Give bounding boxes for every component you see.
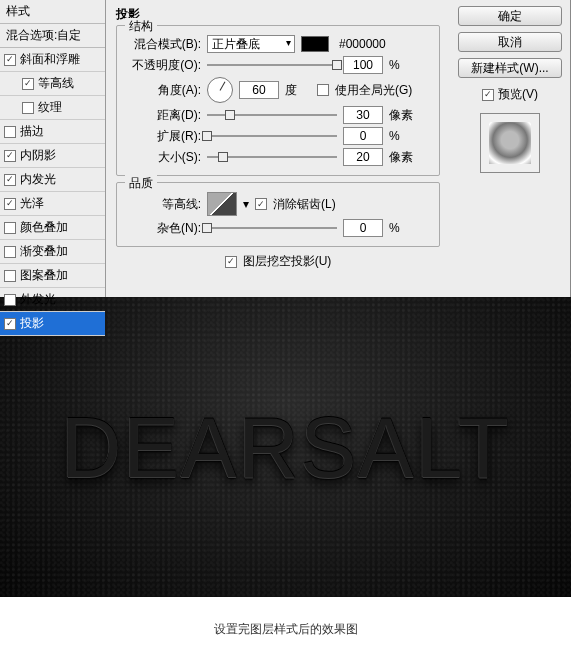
result-text: DEARSALT xyxy=(61,398,511,497)
spread-label: 扩展(R): xyxy=(125,128,201,145)
opacity-label: 不透明度(O): xyxy=(125,57,201,74)
opacity-unit: % xyxy=(389,58,415,72)
structure-label: 结构 xyxy=(125,18,157,35)
size-input[interactable]: 20 xyxy=(343,148,383,166)
sidebar-label-5: 内发光 xyxy=(20,171,56,188)
sidebar-label-7: 颜色叠加 xyxy=(20,219,68,236)
quality-fieldset: 品质 等高线: ▾ 消除锯齿(L) 杂色(N): 0 % xyxy=(116,182,440,247)
sidebar-checkbox-5[interactable] xyxy=(4,174,16,186)
quality-label: 品质 xyxy=(125,175,157,192)
sidebar-checkbox-1[interactable] xyxy=(22,78,34,90)
layer-style-dialog: 样式 混合选项:自定 斜面和浮雕等高线纹理描边内阴影内发光光泽颜色叠加渐变叠加图… xyxy=(0,0,571,297)
antialias-checkbox[interactable] xyxy=(255,198,267,210)
sidebar-item-1[interactable]: 等高线 xyxy=(0,72,105,96)
knockout-checkbox[interactable] xyxy=(225,256,237,268)
caption-text: 设置完图层样式后的效果图 xyxy=(0,597,571,662)
sidebar-checkbox-3[interactable] xyxy=(4,126,16,138)
sidebar-item-11[interactable]: 投影 xyxy=(0,312,105,336)
shadow-color-hex: #000000 xyxy=(339,37,386,51)
sidebar-checkbox-7[interactable] xyxy=(4,222,16,234)
structure-fieldset: 结构 混合模式(B): 正片叠底 #000000 不透明度(O): 100 % … xyxy=(116,25,440,176)
sidebar-label-4: 内阴影 xyxy=(20,147,56,164)
size-slider[interactable] xyxy=(207,150,337,164)
sidebar-item-10[interactable]: 外发光 xyxy=(0,288,105,312)
settings-panel: 投影 结构 混合模式(B): 正片叠底 #000000 不透明度(O): 100… xyxy=(106,0,450,297)
preview-thumbnail xyxy=(480,113,540,173)
noise-label: 杂色(N): xyxy=(125,220,201,237)
ok-button[interactable]: 确定 xyxy=(458,6,562,26)
spread-slider[interactable] xyxy=(207,129,337,143)
sidebar-item-7[interactable]: 颜色叠加 xyxy=(0,216,105,240)
angle-unit: 度 xyxy=(285,82,311,99)
contour-picker[interactable] xyxy=(207,192,237,216)
blend-mode-label: 混合模式(B): xyxy=(125,36,201,53)
angle-label: 角度(A): xyxy=(125,82,201,99)
right-panel: 确定 取消 新建样式(W)... 预览(V) xyxy=(450,0,570,297)
sidebar-checkbox-4[interactable] xyxy=(4,150,16,162)
opacity-input[interactable]: 100 xyxy=(343,56,383,74)
sidebar-item-8[interactable]: 渐变叠加 xyxy=(0,240,105,264)
style-sidebar: 样式 混合选项:自定 斜面和浮雕等高线纹理描边内阴影内发光光泽颜色叠加渐变叠加图… xyxy=(0,0,106,297)
sidebar-subtitle[interactable]: 混合选项:自定 xyxy=(0,24,105,48)
sidebar-label-0: 斜面和浮雕 xyxy=(20,51,80,68)
sidebar-item-2[interactable]: 纹理 xyxy=(0,96,105,120)
distance-unit: 像素 xyxy=(389,107,415,124)
contour-caret-icon[interactable]: ▾ xyxy=(243,197,249,211)
sidebar-label-9: 图案叠加 xyxy=(20,267,68,284)
sidebar-title: 样式 xyxy=(0,0,105,24)
preview-checkbox[interactable] xyxy=(482,89,494,101)
shadow-color-swatch[interactable] xyxy=(301,36,329,52)
sidebar-checkbox-0[interactable] xyxy=(4,54,16,66)
opacity-slider[interactable] xyxy=(207,58,337,72)
global-light-label: 使用全局光(G) xyxy=(335,82,412,99)
sidebar-checkbox-9[interactable] xyxy=(4,270,16,282)
size-unit: 像素 xyxy=(389,149,415,166)
sidebar-label-3: 描边 xyxy=(20,123,44,140)
sidebar-checkbox-2[interactable] xyxy=(22,102,34,114)
new-style-button[interactable]: 新建样式(W)... xyxy=(458,58,562,78)
sidebar-item-5[interactable]: 内发光 xyxy=(0,168,105,192)
sidebar-checkbox-10[interactable] xyxy=(4,294,16,306)
spread-unit: % xyxy=(389,129,415,143)
sidebar-checkbox-11[interactable] xyxy=(4,318,16,330)
noise-slider[interactable] xyxy=(207,221,337,235)
sidebar-item-9[interactable]: 图案叠加 xyxy=(0,264,105,288)
sidebar-label-8: 渐变叠加 xyxy=(20,243,68,260)
knockout-label: 图层挖空投影(U) xyxy=(243,253,332,270)
section-title: 投影 xyxy=(116,6,440,23)
sidebar-label-10: 外发光 xyxy=(20,291,56,308)
sidebar-label-6: 光泽 xyxy=(20,195,44,212)
global-light-checkbox[interactable] xyxy=(317,84,329,96)
sidebar-item-4[interactable]: 内阴影 xyxy=(0,144,105,168)
distance-input[interactable]: 30 xyxy=(343,106,383,124)
noise-unit: % xyxy=(389,221,415,235)
distance-slider[interactable] xyxy=(207,108,337,122)
distance-label: 距离(D): xyxy=(125,107,201,124)
sidebar-label-2: 纹理 xyxy=(38,99,62,116)
spread-input[interactable]: 0 xyxy=(343,127,383,145)
size-label: 大小(S): xyxy=(125,149,201,166)
sidebar-checkbox-6[interactable] xyxy=(4,198,16,210)
angle-input[interactable]: 60 xyxy=(239,81,279,99)
angle-dial[interactable] xyxy=(207,77,233,103)
result-preview: DEARSALT xyxy=(0,297,571,597)
cancel-button[interactable]: 取消 xyxy=(458,32,562,52)
noise-input[interactable]: 0 xyxy=(343,219,383,237)
sidebar-label-1: 等高线 xyxy=(38,75,74,92)
antialias-label: 消除锯齿(L) xyxy=(273,196,336,213)
sidebar-item-0[interactable]: 斜面和浮雕 xyxy=(0,48,105,72)
sidebar-label-11: 投影 xyxy=(20,315,44,332)
preview-label: 预览(V) xyxy=(498,86,538,103)
sidebar-checkbox-8[interactable] xyxy=(4,246,16,258)
contour-label: 等高线: xyxy=(125,196,201,213)
blend-mode-select[interactable]: 正片叠底 xyxy=(207,35,295,53)
sidebar-item-3[interactable]: 描边 xyxy=(0,120,105,144)
sidebar-item-6[interactable]: 光泽 xyxy=(0,192,105,216)
